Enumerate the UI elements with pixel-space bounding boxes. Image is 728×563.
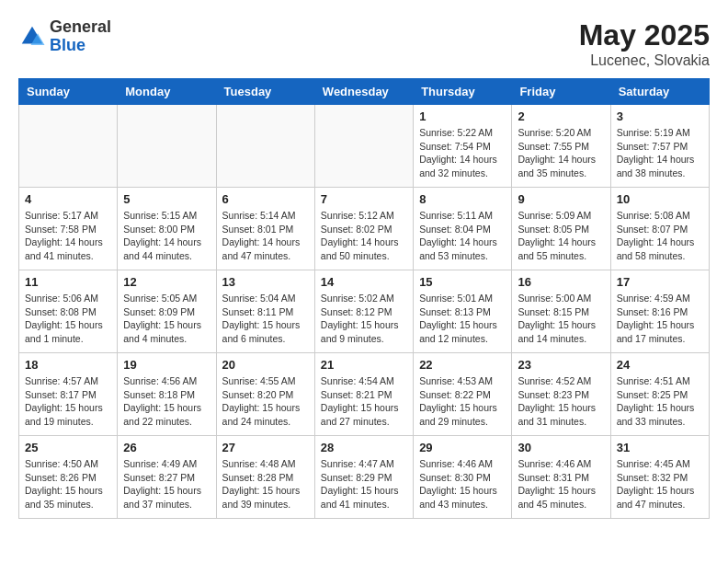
- day-info: Sunrise: 5:09 AM Sunset: 8:05 PM Dayligh…: [518, 209, 604, 263]
- day-number: 9: [518, 192, 604, 206]
- day-info: Sunrise: 5:02 AM Sunset: 8:12 PM Dayligh…: [321, 292, 407, 346]
- calendar-day-cell: [118, 105, 216, 188]
- calendar-day-cell: 7Sunrise: 5:12 AM Sunset: 8:02 PM Daylig…: [314, 188, 413, 270]
- weekday-header: Thursday: [414, 79, 512, 105]
- calendar-day-cell: 19Sunrise: 4:56 AM Sunset: 8:18 PM Dayli…: [118, 353, 216, 436]
- day-info: Sunrise: 4:49 AM Sunset: 8:27 PM Dayligh…: [123, 457, 210, 511]
- calendar-day-cell: 26Sunrise: 4:49 AM Sunset: 8:27 PM Dayli…: [118, 436, 216, 519]
- day-info: Sunrise: 4:52 AM Sunset: 8:23 PM Dayligh…: [518, 374, 604, 429]
- day-number: 31: [617, 441, 703, 454]
- day-number: 16: [518, 275, 604, 289]
- day-number: 28: [321, 441, 407, 454]
- day-info: Sunrise: 5:04 AM Sunset: 8:11 PM Dayligh…: [222, 292, 309, 346]
- calendar-day-cell: 13Sunrise: 5:04 AM Sunset: 8:11 PM Dayli…: [216, 270, 314, 353]
- day-info: Sunrise: 5:22 AM Sunset: 7:54 PM Dayligh…: [419, 126, 506, 180]
- day-number: 6: [222, 192, 309, 206]
- calendar-day-cell: 11Sunrise: 5:06 AM Sunset: 8:08 PM Dayli…: [19, 270, 118, 353]
- calendar-day-cell: 10Sunrise: 5:08 AM Sunset: 8:07 PM Dayli…: [610, 188, 709, 270]
- day-number: 2: [518, 109, 604, 123]
- calendar-day-cell: 9Sunrise: 5:09 AM Sunset: 8:05 PM Daylig…: [512, 188, 610, 270]
- weekday-header: Monday: [118, 79, 216, 105]
- day-number: 18: [25, 358, 111, 372]
- logo-general: General: [50, 17, 111, 36]
- day-info: Sunrise: 5:17 AM Sunset: 7:58 PM Dayligh…: [25, 209, 111, 263]
- calendar-week-row: 1Sunrise: 5:22 AM Sunset: 7:54 PM Daylig…: [19, 105, 710, 188]
- calendar-day-cell: [314, 105, 413, 188]
- day-info: Sunrise: 5:19 AM Sunset: 7:57 PM Dayligh…: [617, 126, 703, 180]
- day-number: 17: [617, 275, 703, 289]
- day-number: 14: [321, 275, 407, 289]
- day-info: Sunrise: 5:00 AM Sunset: 8:15 PM Dayligh…: [518, 292, 604, 346]
- day-number: 29: [419, 441, 506, 454]
- logo-text: General Blue: [50, 18, 111, 55]
- calendar-day-cell: 30Sunrise: 4:46 AM Sunset: 8:31 PM Dayli…: [512, 436, 610, 519]
- calendar-day-cell: 15Sunrise: 5:01 AM Sunset: 8:13 PM Dayli…: [414, 270, 512, 353]
- day-info: Sunrise: 5:11 AM Sunset: 8:04 PM Dayligh…: [419, 209, 506, 263]
- day-number: 3: [617, 109, 703, 123]
- calendar-day-cell: 18Sunrise: 4:57 AM Sunset: 8:17 PM Dayli…: [19, 353, 118, 436]
- calendar-day-cell: 24Sunrise: 4:51 AM Sunset: 8:25 PM Dayli…: [610, 353, 709, 436]
- calendar-week-row: 25Sunrise: 4:50 AM Sunset: 8:26 PM Dayli…: [19, 436, 710, 519]
- calendar-day-cell: [19, 105, 118, 188]
- calendar-day-cell: 14Sunrise: 5:02 AM Sunset: 8:12 PM Dayli…: [314, 270, 413, 353]
- day-info: Sunrise: 4:46 AM Sunset: 8:30 PM Dayligh…: [419, 457, 506, 511]
- calendar-day-cell: 2Sunrise: 5:20 AM Sunset: 7:55 PM Daylig…: [512, 105, 610, 188]
- calendar-day-cell: 8Sunrise: 5:11 AM Sunset: 8:04 PM Daylig…: [414, 188, 512, 270]
- weekday-header: Saturday: [610, 79, 709, 105]
- weekday-header: Wednesday: [314, 79, 413, 105]
- logo-icon: [18, 23, 46, 51]
- title-block: May 2025 Lucenec, Slovakia: [579, 18, 710, 69]
- day-number: 30: [518, 441, 604, 454]
- page-header: General Blue May 2025 Lucenec, Slovakia: [18, 18, 710, 69]
- day-info: Sunrise: 4:56 AM Sunset: 8:18 PM Dayligh…: [123, 374, 210, 429]
- day-info: Sunrise: 4:53 AM Sunset: 8:22 PM Dayligh…: [419, 374, 506, 429]
- day-number: 20: [222, 358, 309, 372]
- day-number: 11: [25, 275, 111, 289]
- calendar-day-cell: 4Sunrise: 5:17 AM Sunset: 7:58 PM Daylig…: [19, 188, 118, 270]
- calendar-week-row: 4Sunrise: 5:17 AM Sunset: 7:58 PM Daylig…: [19, 188, 710, 270]
- day-number: 25: [25, 441, 111, 454]
- calendar-day-cell: [216, 105, 314, 188]
- calendar-day-cell: 17Sunrise: 4:59 AM Sunset: 8:16 PM Dayli…: [610, 270, 709, 353]
- main-title: May 2025: [579, 18, 710, 52]
- day-info: Sunrise: 5:12 AM Sunset: 8:02 PM Dayligh…: [321, 209, 407, 263]
- day-info: Sunrise: 4:54 AM Sunset: 8:21 PM Dayligh…: [321, 374, 407, 429]
- calendar-day-cell: 20Sunrise: 4:55 AM Sunset: 8:20 PM Dayli…: [216, 353, 314, 436]
- day-info: Sunrise: 5:05 AM Sunset: 8:09 PM Dayligh…: [123, 292, 210, 346]
- day-number: 26: [123, 441, 210, 454]
- calendar-day-cell: 12Sunrise: 5:05 AM Sunset: 8:09 PM Dayli…: [118, 270, 216, 353]
- calendar-day-cell: 1Sunrise: 5:22 AM Sunset: 7:54 PM Daylig…: [414, 105, 512, 188]
- day-info: Sunrise: 4:46 AM Sunset: 8:31 PM Dayligh…: [518, 457, 604, 511]
- day-number: 8: [419, 192, 506, 206]
- day-number: 21: [321, 358, 407, 372]
- day-info: Sunrise: 4:48 AM Sunset: 8:28 PM Dayligh…: [222, 457, 309, 511]
- day-info: Sunrise: 5:20 AM Sunset: 7:55 PM Dayligh…: [518, 126, 604, 180]
- subtitle: Lucenec, Slovakia: [579, 52, 710, 69]
- calendar-day-cell: 29Sunrise: 4:46 AM Sunset: 8:30 PM Dayli…: [414, 436, 512, 519]
- weekday-header: Friday: [512, 79, 610, 105]
- calendar-day-cell: 3Sunrise: 5:19 AM Sunset: 7:57 PM Daylig…: [610, 105, 709, 188]
- logo-blue: Blue: [50, 36, 85, 54]
- day-number: 13: [222, 275, 309, 289]
- day-number: 27: [222, 441, 309, 454]
- calendar-day-cell: 23Sunrise: 4:52 AM Sunset: 8:23 PM Dayli…: [512, 353, 610, 436]
- calendar-table: SundayMondayTuesdayWednesdayThursdayFrid…: [18, 78, 710, 519]
- day-info: Sunrise: 5:14 AM Sunset: 8:01 PM Dayligh…: [222, 209, 309, 263]
- day-number: 19: [123, 358, 210, 372]
- calendar-day-cell: 27Sunrise: 4:48 AM Sunset: 8:28 PM Dayli…: [216, 436, 314, 519]
- calendar-day-cell: 21Sunrise: 4:54 AM Sunset: 8:21 PM Dayli…: [314, 353, 413, 436]
- day-number: 24: [617, 358, 703, 372]
- day-info: Sunrise: 4:50 AM Sunset: 8:26 PM Dayligh…: [25, 457, 111, 511]
- day-number: 7: [321, 192, 407, 206]
- day-info: Sunrise: 4:59 AM Sunset: 8:16 PM Dayligh…: [617, 292, 703, 346]
- weekday-header: Sunday: [19, 79, 118, 105]
- day-info: Sunrise: 4:55 AM Sunset: 8:20 PM Dayligh…: [222, 374, 309, 429]
- calendar-day-cell: 6Sunrise: 5:14 AM Sunset: 8:01 PM Daylig…: [216, 188, 314, 270]
- calendar-day-cell: 22Sunrise: 4:53 AM Sunset: 8:22 PM Dayli…: [414, 353, 512, 436]
- day-number: 23: [518, 358, 604, 372]
- day-info: Sunrise: 5:01 AM Sunset: 8:13 PM Dayligh…: [419, 292, 506, 346]
- calendar-header-row: SundayMondayTuesdayWednesdayThursdayFrid…: [19, 79, 710, 105]
- calendar-day-cell: 5Sunrise: 5:15 AM Sunset: 8:00 PM Daylig…: [118, 188, 216, 270]
- day-number: 5: [123, 192, 210, 206]
- day-info: Sunrise: 5:15 AM Sunset: 8:00 PM Dayligh…: [123, 209, 210, 263]
